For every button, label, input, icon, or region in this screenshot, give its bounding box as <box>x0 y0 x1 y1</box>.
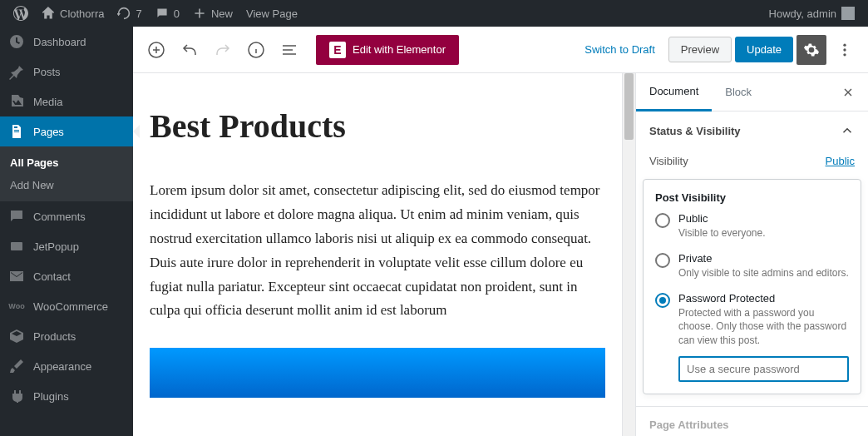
dashboard-icon <box>8 33 25 50</box>
menu-plugins[interactable]: Plugins <box>0 381 133 411</box>
svg-point-3 <box>843 43 846 46</box>
visibility-toggle-link[interactable]: Public <box>826 155 855 167</box>
redo-icon <box>213 40 233 60</box>
tab-document[interactable]: Document <box>636 73 712 111</box>
my-account-link[interactable]: Howdy, admin <box>762 0 861 27</box>
menu-dashboard[interactable]: Dashboard <box>0 27 133 57</box>
plug-icon <box>8 388 25 404</box>
menu-media[interactable]: Media <box>0 87 133 116</box>
close-icon <box>841 86 855 99</box>
menu-posts[interactable]: Posts <box>0 57 133 87</box>
list-icon <box>279 40 299 60</box>
switch-to-draft-button[interactable]: Switch to Draft <box>575 37 665 62</box>
comments-link[interactable]: 0 <box>149 0 186 27</box>
redo-button <box>208 35 238 65</box>
brush-icon <box>8 358 25 374</box>
avatar <box>841 7 855 20</box>
mail-icon <box>8 268 25 285</box>
option-public[interactable]: Public Visible to everyone. <box>655 212 849 240</box>
scrollbar-thumb[interactable] <box>624 73 634 140</box>
pages-submenu: All Pages Add New <box>0 146 133 201</box>
update-count: 7 <box>136 7 141 20</box>
panel-tabs: Document Block <box>636 73 868 111</box>
popover-title: Post Visibility <box>655 191 849 204</box>
tab-block[interactable]: Block <box>712 74 765 110</box>
svg-point-4 <box>843 48 846 51</box>
settings-toggle-button[interactable] <box>796 35 826 65</box>
new-content-link[interactable]: New <box>186 0 239 27</box>
gear-icon <box>803 42 820 58</box>
comment-icon <box>155 7 169 20</box>
radio-public[interactable] <box>655 213 670 228</box>
page-body[interactable]: Lorem ipsum dolor sit amet, consectetur … <box>150 179 605 323</box>
admin-menu: Dashboard Posts Media Pages All Pages Ad… <box>0 27 133 436</box>
menu-appearance[interactable]: Appearance <box>0 351 133 381</box>
status-visibility-header[interactable]: Status & Visibility <box>636 111 868 150</box>
pin-icon <box>8 63 25 80</box>
menu-pages[interactable]: Pages <box>0 116 133 146</box>
comments-icon <box>8 208 25 225</box>
wordpress-icon <box>13 6 28 21</box>
media-icon <box>8 93 25 110</box>
submenu-add-new[interactable]: Add New <box>0 174 133 196</box>
visibility-popover: Post Visibility Public Visible to everyo… <box>643 179 861 394</box>
menu-jetpopup[interactable]: JetPopup <box>0 231 133 261</box>
editor-toolbar: E Edit with Elementor Switch to Draft Pr… <box>133 27 868 73</box>
edit-with-elementor-button[interactable]: E Edit with Elementor <box>316 35 459 65</box>
comment-count: 0 <box>174 7 180 20</box>
products-icon <box>8 328 25 344</box>
menu-products[interactable]: Products <box>0 321 133 351</box>
info-icon <box>246 40 266 60</box>
add-block-button[interactable] <box>141 35 171 65</box>
plus-circle-icon <box>146 40 166 60</box>
password-input[interactable] <box>678 356 849 382</box>
option-password[interactable]: Password Protected Protected with a pass… <box>655 292 849 382</box>
chevron-up-icon <box>840 123 855 138</box>
site-name-link[interactable]: Clothorra <box>35 0 111 27</box>
new-label: New <box>211 7 233 20</box>
visibility-label: Visibility <box>649 155 688 167</box>
greeting: Howdy, admin <box>769 7 836 20</box>
elementor-icon: E <box>329 42 346 58</box>
menu-comments[interactable]: Comments <box>0 201 133 231</box>
content-scrollbar[interactable] <box>622 73 635 436</box>
editor-content[interactable]: Best Products Lorem ipsum dolor sit amet… <box>133 73 622 436</box>
plus-icon <box>193 7 206 20</box>
svg-point-5 <box>843 53 846 56</box>
radio-private[interactable] <box>655 253 670 268</box>
outline-button[interactable] <box>274 35 304 65</box>
more-options-button[interactable] <box>830 35 860 65</box>
close-panel-button[interactable] <box>828 74 868 111</box>
info-button[interactable] <box>241 35 271 65</box>
option-private[interactable]: Private Only visible to site admins and … <box>655 252 849 280</box>
undo-button[interactable] <box>175 35 205 65</box>
jetpopup-icon <box>8 238 25 255</box>
woocommerce-icon: Woo <box>8 298 25 315</box>
settings-sidebar: Document Block Status & Visibility Visib… <box>635 73 868 436</box>
visibility-row: Visibility Public <box>636 150 868 179</box>
wp-logo[interactable] <box>7 0 35 27</box>
preview-button[interactable]: Preview <box>668 37 732 62</box>
updates-link[interactable]: 7 <box>111 0 148 27</box>
submenu-all-pages[interactable]: All Pages <box>0 151 133 174</box>
image-block[interactable] <box>150 348 605 398</box>
refresh-icon <box>117 7 131 20</box>
page-icon <box>8 123 25 140</box>
menu-contact[interactable]: Contact <box>0 261 133 291</box>
menu-woocommerce[interactable]: Woo WooCommerce <box>0 291 133 321</box>
dots-vertical-icon <box>836 42 853 58</box>
page-attributes-header[interactable]: Page Attributes <box>636 407 868 436</box>
radio-password[interactable] <box>655 293 670 308</box>
undo-icon <box>180 40 200 60</box>
update-button[interactable]: Update <box>735 37 793 62</box>
site-name: Clothorra <box>60 7 104 20</box>
home-icon <box>42 7 55 20</box>
view-page-link[interactable]: View Page <box>239 0 304 27</box>
block-editor: E Edit with Elementor Switch to Draft Pr… <box>133 27 868 436</box>
page-title[interactable]: Best Products <box>150 107 605 146</box>
svg-rect-0 <box>11 242 22 250</box>
wp-admin-bar: Clothorra 7 0 New View Page Howdy, admin <box>0 0 868 27</box>
